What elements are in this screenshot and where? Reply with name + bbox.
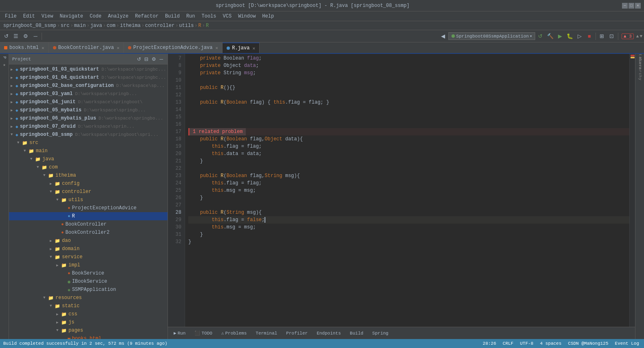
tree-item-main[interactable]: ▼ 📁 main: [9, 147, 168, 155]
tree-item-java[interactable]: ▼ 📁 java: [9, 155, 168, 163]
tree-item-bookcontroller[interactable]: ● BookController: [9, 220, 168, 228]
status-charset[interactable]: UTF-8: [518, 341, 535, 346]
tab-bookcontroller[interactable]: BookController.java ✕: [49, 42, 124, 53]
tree-item-ssmpapp[interactable]: ◈ SSMPApplication: [9, 286, 168, 294]
tree-item-project7[interactable]: ▶ ◆ springboot_06_mybatis_plus D:\worksp…: [9, 114, 168, 122]
tree-item-project1[interactable]: ▶ ◆ springboot_01_03_quickstart D:\works…: [9, 65, 168, 73]
code-editor[interactable]: 7 8 9 10 11 12 13 14 15 16 17 18 19 20 2…: [168, 54, 635, 327]
tree-item-static[interactable]: ▼ 📁 static: [9, 302, 168, 310]
breadcrumb-itheima[interactable]: itheima: [120, 23, 140, 29]
structure-button[interactable]: ☰: [11, 32, 20, 41]
settings-button[interactable]: ⚙: [21, 32, 30, 41]
tab-problems[interactable]: ⚠ Problems: [217, 329, 251, 338]
tree-item-projectexception[interactable]: ● ProjectExceptionAdvice: [9, 204, 168, 212]
menu-view[interactable]: View: [38, 13, 57, 20]
status-event-log[interactable]: Event Log: [613, 341, 641, 346]
tree-item-com[interactable]: ▼ 📁 com: [9, 163, 168, 171]
tree-item-impl[interactable]: ▶ 📁 impl: [9, 261, 168, 269]
sidebar-settings-btn[interactable]: ⚙: [150, 56, 157, 62]
tab-projectexception[interactable]: ProjectExceptionAdvice.java ✕: [124, 42, 223, 53]
tab-run[interactable]: ▶ Run: [170, 329, 190, 338]
tree-item-js[interactable]: ▶ 📁 js: [9, 318, 168, 326]
tab-build[interactable]: Build: [346, 329, 367, 338]
sidebar-close-btn[interactable]: ─: [158, 56, 164, 62]
menu-run[interactable]: Run: [183, 13, 198, 20]
tab-spring[interactable]: Spring: [368, 329, 393, 338]
menu-code[interactable]: Code: [86, 13, 105, 20]
run-config-selector[interactable]: ⬢ Springboot08SsmpApplication ▾: [448, 32, 535, 40]
tree-item-bookcontroller2[interactable]: ● BookController2: [9, 228, 168, 237]
error-nav-next[interactable]: ▼: [640, 34, 642, 39]
breadcrumb-r-file[interactable]: R: [198, 23, 201, 29]
breadcrumb-java[interactable]: java: [90, 23, 102, 29]
tab-close-exception[interactable]: ✕: [216, 45, 218, 51]
menu-file[interactable]: File: [2, 13, 20, 20]
tree-item-dao[interactable]: ▶ 📁 dao: [9, 237, 168, 245]
back-button[interactable]: ◀: [439, 32, 448, 41]
tree-item-domain[interactable]: ▶ 📁 domain: [9, 245, 168, 253]
error-nav-prev[interactable]: ▲: [636, 34, 639, 39]
tree-item-src[interactable]: ▼ 📁 src: [9, 139, 168, 147]
tree-item-utils[interactable]: ▼ 📁 utils: [9, 196, 168, 204]
menu-refactor[interactable]: Refactor: [132, 13, 162, 20]
close-button[interactable]: ✕: [635, 3, 641, 9]
tree-item-project6[interactable]: ▶ ◆ springboot_05_mybatis D:\workspace\s…: [9, 106, 168, 114]
stop-button[interactable]: ■: [585, 32, 594, 41]
breadcrumb-src[interactable]: src: [61, 23, 70, 29]
code-content[interactable]: private Boolean flag; private Object dat…: [185, 54, 629, 327]
tree-item-service[interactable]: ▼ 📁 service: [9, 253, 168, 261]
run-with-coverage[interactable]: ▷: [575, 32, 584, 41]
tab-close-bookcontroller[interactable]: ✕: [117, 45, 119, 51]
tree-item-project5[interactable]: ▶ ◆ springboot_04_junit D:\workspace\spr…: [9, 98, 168, 106]
breadcrumb-r-class[interactable]: R: [206, 23, 209, 29]
tab-profiler[interactable]: Profiler: [282, 329, 312, 338]
menu-build[interactable]: Build: [162, 13, 183, 20]
window-controls[interactable]: ─ □ ✕: [622, 3, 641, 9]
sidebar-sync-btn[interactable]: ↺: [136, 56, 142, 62]
tree-item-pages[interactable]: ▼ 📁 pages: [9, 326, 168, 335]
status-indent[interactable]: 4 spaces: [538, 341, 563, 346]
tab-r-java[interactable]: R.java ✕: [223, 42, 260, 53]
tree-item-project2[interactable]: ▶ ◆ springboot_01_04_quickstart D:\works…: [9, 73, 168, 82]
breadcrumb-project[interactable]: springboot_08_ssmp: [3, 23, 56, 29]
tree-item-controller[interactable]: ▼ 📁 controller: [9, 188, 168, 196]
tree-item-project3[interactable]: ▶ ◆ springboot_02_base_configuration D:\…: [9, 82, 168, 90]
tree-item-books-html[interactable]: ▣ books.html: [9, 335, 168, 339]
debug-button[interactable]: 🐛: [565, 32, 574, 41]
menu-analyze[interactable]: Analyze: [105, 13, 132, 20]
tree-item-resources[interactable]: ▼ 📁 resources: [9, 294, 168, 302]
tab-close-books[interactable]: ✕: [42, 45, 44, 51]
error-count-badge[interactable]: ▲ 3: [622, 33, 634, 39]
tab-endpoints[interactable]: Endpoints: [313, 329, 345, 338]
status-position[interactable]: 28:26: [481, 341, 498, 346]
tree-item-r[interactable]: ● R: [9, 212, 168, 220]
menu-navigate[interactable]: Navigate: [56, 13, 86, 20]
menu-window[interactable]: Window: [235, 13, 259, 20]
tree-item-project-active[interactable]: ▼ ◆ springboot_08_ssmp D:\workspace\spri…: [9, 131, 168, 139]
sync-button[interactable]: ↺: [2, 32, 11, 41]
right-panel-hierarchy[interactable]: Hierarchy: [636, 65, 644, 73]
zoom-button[interactable]: ⊡: [607, 32, 616, 41]
tree-item-css[interactable]: ▶ 📁 css: [9, 310, 168, 318]
status-crlf[interactable]: CRLF: [501, 341, 515, 346]
breadcrumb-controller[interactable]: controller: [145, 23, 174, 29]
tree-item-project8[interactable]: ▶ ◆ springboot_07_druid D:\workspace\spr…: [9, 122, 168, 131]
build-button[interactable]: 🔨: [546, 32, 555, 41]
menu-help[interactable]: Help: [259, 13, 277, 20]
tab-close-r[interactable]: ✕: [252, 46, 255, 51]
breadcrumb-main[interactable]: main: [74, 23, 86, 29]
left-panel-fav[interactable]: ★: [2, 61, 7, 68]
maximize-button[interactable]: □: [629, 3, 634, 9]
tree-area[interactable]: ▶ ◆ springboot_01_03_quickstart D:\works…: [9, 64, 168, 339]
run-button[interactable]: ▶: [556, 32, 565, 41]
menu-edit[interactable]: Edit: [20, 13, 38, 20]
tree-item-config[interactable]: ▶ 📁 config: [9, 180, 168, 188]
tree-item-project4[interactable]: ▶ ◆ springboot_03_yaml D:\workspace\spri…: [9, 90, 168, 98]
sidebar-collapse-btn[interactable]: ⊟: [143, 56, 150, 62]
status-csdn[interactable]: CSDN @MaNong125: [567, 341, 610, 346]
tab-books-html[interactable]: books.html ✕: [0, 42, 49, 53]
breadcrumb-com[interactable]: com: [107, 23, 116, 29]
minimize-button[interactable]: ─: [622, 3, 628, 9]
tree-item-itheima[interactable]: ▼ 📁 itheima: [9, 171, 168, 180]
tab-todo[interactable]: ⬛ TODO: [190, 329, 216, 338]
